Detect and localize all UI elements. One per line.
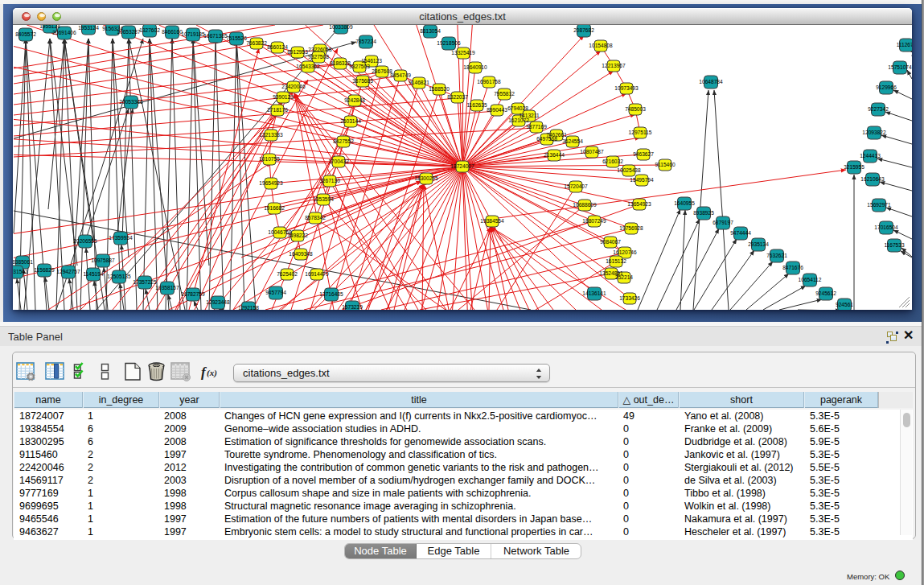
svg-text:19218506: 19218506 (437, 40, 461, 46)
svg-text:23420046: 23420046 (281, 84, 306, 89)
svg-text:10807487: 10807487 (580, 149, 604, 154)
svg-text:6879197: 6879197 (713, 220, 733, 225)
svg-text:19756928: 19756928 (619, 225, 643, 231)
svg-text:15720407: 15720407 (564, 183, 588, 189)
svg-text:9245612: 9245612 (815, 290, 836, 296)
svg-text:12213383: 12213383 (259, 132, 283, 138)
svg-text:3875685: 3875685 (352, 78, 373, 84)
svg-text:6216032: 6216032 (602, 159, 623, 164)
svg-text:18807249: 18807249 (582, 218, 606, 224)
svg-text:1327602: 1327602 (139, 27, 160, 33)
svg-text:16543362: 16543362 (296, 64, 320, 69)
svg-text:12923448: 12923448 (206, 299, 230, 305)
svg-text:2718176: 2718176 (267, 107, 288, 113)
svg-text:1953124: 1953124 (78, 25, 99, 31)
svg-text:17357225: 17357225 (133, 279, 157, 285)
svg-text:17016504: 17016504 (874, 225, 898, 230)
svg-text:9129966: 9129966 (876, 84, 897, 90)
svg-text:7515526: 7515526 (226, 35, 247, 41)
svg-text:8471676: 8471676 (782, 265, 803, 270)
svg-text:6794028: 6794028 (507, 105, 528, 111)
svg-text:9327503: 9327503 (349, 64, 370, 69)
svg-text:16409348: 16409348 (289, 251, 313, 257)
svg-text:9474444: 9474444 (730, 230, 751, 236)
svg-text:9146821: 9146821 (409, 80, 429, 85)
svg-text:15692971: 15692971 (867, 202, 891, 208)
svg-text:13716485: 13716485 (319, 291, 343, 297)
svg-text:1916682: 1916682 (264, 205, 285, 211)
svg-text:13325419: 13325419 (451, 50, 475, 56)
svg-text:(x): (x) (207, 368, 217, 378)
svg-text:1353594: 1353594 (313, 196, 334, 202)
svg-text:13931541: 13931541 (13, 269, 28, 274)
svg-text:13654923: 13654923 (627, 201, 651, 207)
svg-text:1413211: 1413211 (519, 113, 540, 118)
svg-text:10033809: 10033809 (329, 25, 353, 30)
svg-text:7632621: 7632621 (766, 253, 787, 258)
svg-text:2603144: 2603144 (340, 118, 361, 124)
svg-text:1733426: 1733426 (619, 295, 640, 301)
svg-text:3498222: 3498222 (287, 233, 308, 238)
svg-text:15495794: 15495794 (630, 177, 654, 183)
svg-text:10654112: 10654112 (799, 277, 822, 282)
svg-text:1546123: 1546123 (361, 58, 382, 64)
svg-text:8427552: 8427552 (333, 138, 354, 144)
svg-text:7857224: 7857224 (355, 39, 376, 44)
svg-text:9242848: 9242848 (344, 97, 365, 103)
svg-text:9877169: 9877169 (526, 124, 547, 130)
svg-text:19384554: 19384554 (480, 218, 504, 224)
svg-text:18724007: 18724007 (450, 163, 474, 169)
svg-text:20053346: 20053346 (119, 99, 143, 105)
svg-text:1640955: 1640955 (674, 200, 695, 206)
svg-text:12975115: 12975115 (629, 130, 652, 135)
svg-text:17359934: 17359934 (109, 235, 133, 241)
svg-text:12942757: 12942757 (56, 269, 80, 274)
svg-text:7625402: 7625402 (277, 271, 298, 277)
svg-text:1615132: 1615132 (606, 258, 626, 264)
svg-text:9115460: 9115460 (655, 162, 676, 167)
svg-text:10025438: 10025438 (617, 167, 641, 173)
svg-text:9463627: 9463627 (633, 151, 654, 157)
svg-text:9227342: 9227342 (868, 106, 889, 112)
svg-text:23226058: 23226058 (308, 47, 332, 52)
svg-text:8990443: 8990443 (487, 107, 507, 113)
svg-text:3215955: 3215955 (844, 164, 864, 170)
svg-text:7485003: 7485003 (625, 106, 646, 112)
svg-text:1292158: 1292158 (238, 305, 259, 310)
svg-text:252214: 252214 (615, 274, 633, 280)
svg-text:7663822: 7663822 (246, 40, 267, 46)
svg-text:924561: 924561 (836, 302, 853, 307)
svg-text:2087682: 2087682 (573, 27, 594, 33)
svg-text:8912953: 8912953 (287, 49, 308, 55)
svg-text:1162635: 1162635 (466, 102, 487, 108)
svg-text:8186328: 8186328 (330, 60, 351, 66)
svg-text:7955812: 7955812 (494, 91, 515, 97)
svg-text:14136141: 14136141 (582, 290, 606, 296)
svg-text:10719185: 10719185 (181, 31, 205, 37)
svg-text:1573239: 1573239 (342, 304, 363, 310)
svg-text:7462661: 7462661 (546, 132, 567, 138)
svg-text:1156829: 1156829 (34, 267, 55, 273)
svg-text:10358157: 10358157 (155, 285, 179, 290)
svg-text:16210643: 16210643 (860, 176, 885, 182)
svg-text:10653287: 10653287 (117, 29, 141, 35)
svg-text:1588520: 1588520 (429, 86, 450, 92)
svg-text:1145194: 1145194 (83, 271, 104, 277)
svg-text:8322037: 8322037 (447, 94, 468, 100)
svg-text:9084067: 9084067 (600, 239, 621, 245)
svg-text:10975887: 10975887 (91, 257, 115, 263)
svg-text:16782759: 16782759 (181, 291, 205, 297)
svg-text:8578342: 8578342 (305, 215, 326, 220)
svg-text:3624554: 3624554 (562, 138, 583, 144)
svg-text:20206555: 20206555 (73, 238, 97, 244)
svg-text:10688609: 10688609 (573, 202, 597, 208)
svg-text:8385061: 8385061 (13, 259, 33, 265)
svg-text:10973493: 10973493 (614, 85, 639, 91)
svg-text:2935134: 2935134 (748, 241, 769, 247)
svg-text:9457794: 9457794 (265, 290, 286, 295)
svg-text:16914479: 16914479 (305, 271, 329, 277)
svg-text:8938925: 8938925 (693, 210, 714, 216)
svg-text:2136444: 2136444 (544, 152, 565, 158)
svg-text:20691406: 20691406 (52, 30, 76, 35)
svg-text:12213967: 12213967 (602, 63, 626, 68)
